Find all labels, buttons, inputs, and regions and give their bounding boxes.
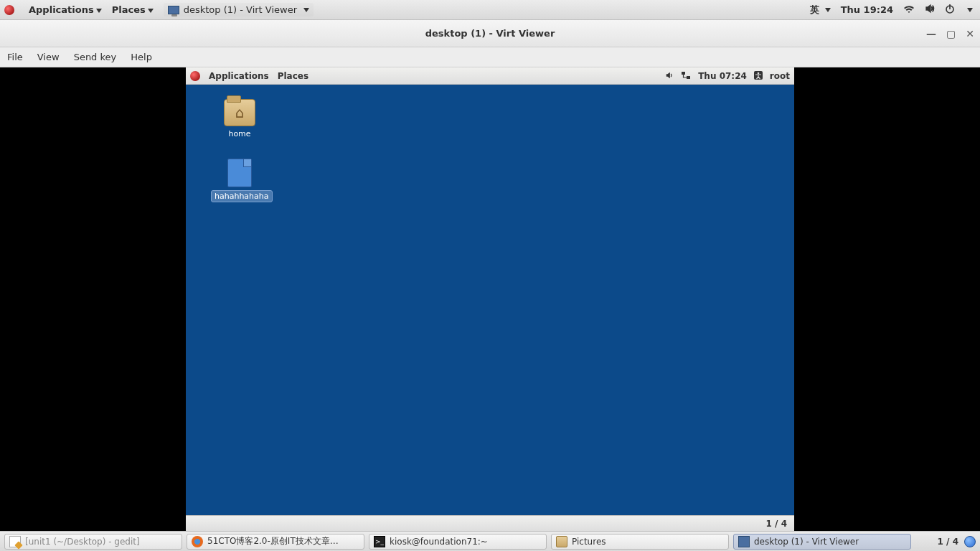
window-titlebar[interactable]: desktop (1) - Virt Viewer — ▢ ✕ (0, 20, 980, 47)
desktop-icon-home[interactable]: home (211, 99, 268, 138)
guest-places-menu[interactable]: Places (278, 71, 308, 81)
ime-indicator[interactable]: 英 (810, 4, 831, 17)
menu-sendkey[interactable]: Send key (74, 52, 117, 62)
host-workspace-indicator[interactable]: 1 / 4 (938, 537, 958, 547)
guest-applications-menu[interactable]: Applications (209, 71, 269, 81)
taskbar-item-gedit[interactable]: [unit1 (~/Desktop) - gedit] (4, 534, 182, 550)
minimize-button[interactable]: — (926, 28, 936, 39)
taskbar-label: Pictures (572, 537, 606, 547)
menu-file[interactable]: File (7, 52, 23, 62)
window-title: desktop (1) - Virt Viewer (425, 28, 555, 39)
taskbar-item-virtviewer[interactable]: desktop (1) - Virt Viewer (733, 534, 911, 550)
taskbar-item-firefox[interactable]: 51CTO博客2.0-原创IT技术文章… (187, 534, 364, 550)
taskbar-label: 51CTO博客2.0-原创IT技术文章… (207, 535, 339, 547)
redhat-logo-icon (190, 71, 200, 81)
caret-down-icon (303, 8, 309, 12)
guest-bottom-panel: 1 / 4 (186, 515, 794, 531)
icon-label: home (228, 129, 250, 138)
top-running-app[interactable]: desktop (1) - Virt Viewer (164, 3, 314, 17)
caret-down-icon (825, 8, 831, 12)
close-button[interactable]: ✕ (966, 28, 974, 39)
volume-icon[interactable] (665, 70, 674, 82)
host-clock[interactable]: Thu 19:24 (841, 4, 893, 15)
taskbar-item-terminal[interactable]: >_ kiosk@foundation71:~ (369, 534, 547, 550)
taskbar-item-pictures[interactable]: Pictures (551, 534, 729, 550)
top-running-app-label: desktop (1) - Virt Viewer (184, 4, 297, 15)
host-top-panel: Applications Places desktop (1) - Virt V… (0, 0, 980, 20)
monitor-icon (738, 536, 750, 547)
volume-icon[interactable] (925, 4, 935, 16)
caret-down-icon (967, 8, 973, 12)
folder-icon (556, 536, 567, 547)
caret-down-icon (148, 9, 154, 13)
guest-desktop[interactable]: home hahahhahaha (186, 85, 794, 515)
menubar: File View Send key Help (0, 47, 980, 67)
power-icon[interactable] (945, 4, 955, 16)
virt-viewer-window: desktop (1) - Virt Viewer — ▢ ✕ File Vie… (0, 20, 980, 531)
guest-viewport: Applications Places Thu 07:24 root (0, 67, 980, 531)
caret-down-icon (96, 9, 102, 13)
network-icon[interactable] (681, 70, 691, 82)
guest-clock[interactable]: Thu 07:24 (698, 71, 747, 81)
redhat-logo-icon (4, 5, 14, 15)
show-desktop-icon[interactable] (964, 536, 976, 547)
gedit-icon (9, 536, 21, 547)
desktop-icon-file[interactable]: hahahhahaha (211, 159, 268, 202)
accessibility-icon[interactable] (754, 70, 763, 82)
taskbar-label: [unit1 (~/Desktop) - gedit] (25, 537, 140, 547)
icon-label: hahahhahaha (211, 190, 273, 202)
guest-user-label[interactable]: root (770, 71, 790, 81)
svg-rect-3 (687, 76, 690, 79)
terminal-icon: >_ (374, 536, 385, 547)
maximize-button[interactable]: ▢ (946, 28, 956, 39)
host-bottom-panel: [unit1 (~/Desktop) - gedit] 51CTO博客2.0-原… (0, 531, 980, 551)
folder-icon (224, 99, 255, 126)
guest-screen[interactable]: Applications Places Thu 07:24 root (186, 67, 794, 531)
svg-rect-2 (682, 72, 685, 75)
svg-point-5 (758, 72, 760, 74)
file-icon (227, 159, 252, 187)
taskbar-label: kiosk@foundation71:~ (390, 537, 488, 547)
guest-top-panel: Applications Places Thu 07:24 root (186, 67, 794, 85)
menu-view[interactable]: View (37, 52, 60, 62)
guest-workspace-indicator[interactable]: 1 / 4 (766, 519, 787, 529)
firefox-icon (192, 536, 203, 547)
applications-menu[interactable]: Applications (29, 4, 102, 15)
monitor-icon (168, 6, 179, 14)
wifi-icon[interactable] (903, 4, 915, 16)
taskbar-label: desktop (1) - Virt Viewer (754, 537, 859, 547)
menu-help[interactable]: Help (131, 52, 152, 62)
places-menu[interactable]: Places (112, 4, 154, 15)
